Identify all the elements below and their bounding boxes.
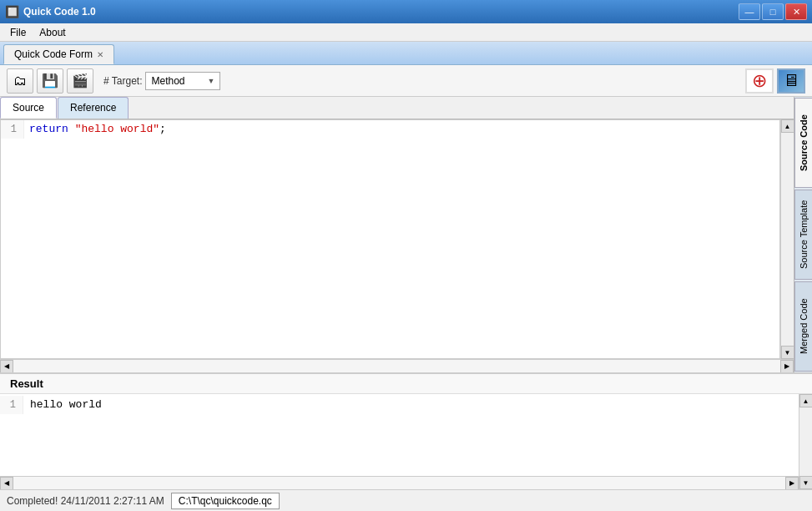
scroll-up-arrow[interactable]: ▲ [781,119,794,133]
result-text-1: hello world [23,396,108,414]
code-line-1: 1 return "hello world"; [1,120,779,139]
result-scroll-down[interactable]: ▼ [799,476,813,489]
title-bar: 🔲 Quick Code 1.0 — □ ✕ [0,0,812,23]
result-line-number-1: 1 [0,396,23,414]
status-text: Completed! 24/11/2011 2:27:11 AM [7,495,164,507]
target-select-container: Method ▼ [145,72,220,90]
help-icon: ⊕ [752,70,767,92]
minimize-button[interactable]: — [739,3,760,20]
main-area: Source Reference 1 return "hello world";… [0,97,812,511]
toolbar: 🗂 💾 🎬 # Target: Method ▼ ⊕ 🖥 [0,65,812,97]
result-section: Result 1 hello world ◀ ▶ ▲ ▼ [0,372,812,489]
line-number-1: 1 [1,120,24,139]
dropdown-arrow-icon: ▼ [208,77,215,85]
file-path: C:\T\qc\quickcode.qc [171,493,280,509]
new-button[interactable]: 🗂 [7,68,33,94]
scroll-down-arrow[interactable]: ▼ [781,346,794,359]
target-value: Method [151,75,184,87]
menu-file[interactable]: File [3,25,33,40]
menu-bar: File About [0,23,812,42]
result-scroll-right[interactable]: ▶ [785,477,799,490]
toolbar-right-buttons: ⊕ 🖥 [745,68,805,94]
result-content: 1 hello world [0,394,799,476]
vertical-scrollbar[interactable]: ▲ ▼ [780,119,794,359]
title-text: Quick Code 1.0 [23,6,96,18]
result-v-scrollbar[interactable]: ▲ ▼ [799,394,812,489]
window-controls: — □ ✕ [739,3,807,20]
menu-about[interactable]: About [33,25,72,40]
vtab-source-code[interactable]: Source Code [794,98,813,188]
run-button[interactable]: 🖥 [777,68,805,94]
tab-reference[interactable]: Reference [58,97,129,119]
app-icon: 🔲 [5,5,19,18]
code-content-1: return "hello world"; [24,120,171,139]
code-panel: Source Reference 1 return "hello world";… [0,97,794,372]
result-line-1: 1 hello world [0,396,799,414]
vtab-merged-code[interactable]: Merged Code [794,281,813,372]
result-inner: 1 hello world ◀ ▶ ▲ ▼ [0,394,812,489]
vertical-tab-panel: Source Code Source Template Merged Code [794,97,812,372]
result-content-area: 1 hello world ◀ ▶ [0,394,799,489]
save-button[interactable]: 💾 [37,68,63,94]
tab-strip: Quick Code Form ✕ [0,42,812,65]
open-icon: 🎬 [72,73,88,89]
scroll-left-arrow[interactable]: ◀ [0,360,13,373]
result-h-scrollbar[interactable]: ◀ ▶ [0,476,799,489]
result-h-track[interactable] [13,477,785,490]
status-bar: Completed! 24/11/2011 2:27:11 AM C:\T\qc… [0,489,812,511]
vtab-source-template[interactable]: Source Template [794,190,813,280]
open-button[interactable]: 🎬 [67,68,93,94]
result-header: Result [0,374,812,394]
save-icon: 💾 [42,73,58,89]
maximize-button[interactable]: □ [762,3,784,20]
target-dropdown[interactable]: Method ▼ [145,72,220,90]
target-label: # Target: [103,75,142,87]
new-icon: 🗂 [13,73,27,89]
sub-tabs: Source Reference [0,97,794,119]
tab-label: Quick Code Form [14,48,93,60]
close-button[interactable]: ✕ [785,3,807,20]
editor-container: 1 return "hello world"; ▲ ▼ [0,119,794,359]
run-icon: 🖥 [783,71,799,90]
tab-source[interactable]: Source [0,97,57,119]
result-scroll-up[interactable]: ▲ [799,394,813,407]
code-editor[interactable]: 1 return "hello world"; [0,119,780,359]
h-scroll-track[interactable] [13,360,780,373]
result-scroll-left[interactable]: ◀ [0,477,13,490]
tab-close-icon[interactable]: ✕ [97,50,103,59]
help-button[interactable]: ⊕ [745,68,774,94]
code-area: Source Reference 1 return "hello world";… [0,97,812,372]
horizontal-scrollbar[interactable]: ◀ ▶ [0,359,794,372]
scroll-right-arrow[interactable]: ▶ [780,360,794,373]
main-tab[interactable]: Quick Code Form ✕ [3,44,114,64]
